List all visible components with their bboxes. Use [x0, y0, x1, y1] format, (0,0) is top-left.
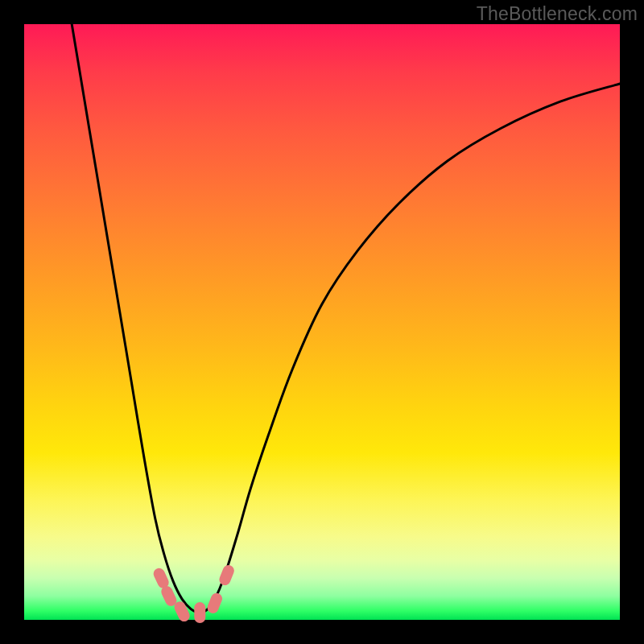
bottleneck-curve	[72, 24, 620, 615]
curve-marker	[205, 592, 224, 615]
curve-marker	[217, 564, 236, 587]
chart-frame: TheBottleneck.com	[0, 0, 644, 644]
plot-area	[24, 24, 620, 620]
curve-markers	[151, 564, 236, 624]
watermark-label: TheBottleneck.com	[477, 3, 638, 25]
curve-marker	[194, 602, 205, 623]
curve-path	[72, 24, 620, 615]
chart-svg	[24, 24, 620, 620]
